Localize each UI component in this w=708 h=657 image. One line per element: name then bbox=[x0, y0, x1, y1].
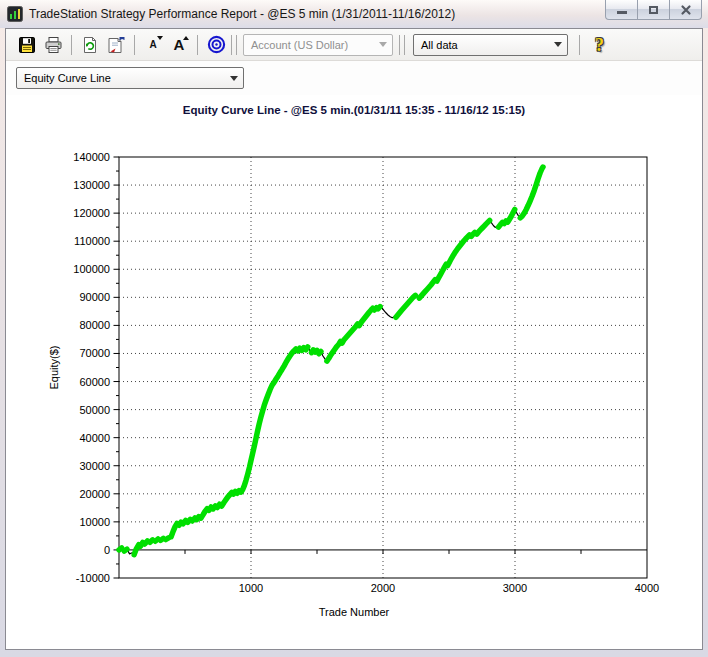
window-controls bbox=[606, 0, 702, 20]
svg-text:4000: 4000 bbox=[635, 582, 659, 594]
close-button[interactable] bbox=[669, 0, 702, 20]
decrease-font-icon: A bbox=[149, 39, 156, 50]
help-button[interactable]: ? bbox=[595, 36, 604, 54]
refresh-report-button[interactable] bbox=[77, 33, 103, 57]
svg-text:1000: 1000 bbox=[239, 582, 263, 594]
equity-curve-chart: -100000100002000030000400005000060000700… bbox=[6, 95, 702, 649]
equity-curve bbox=[119, 167, 543, 555]
chevron-down-icon bbox=[225, 68, 243, 88]
report-area: Equity Curve Line - @ES 5 min.(01/31/11 … bbox=[6, 95, 702, 649]
toolbar-separator bbox=[579, 35, 580, 55]
increase-font-button[interactable]: A bbox=[166, 33, 192, 57]
svg-text:80000: 80000 bbox=[79, 319, 110, 331]
svg-text:120000: 120000 bbox=[73, 207, 110, 219]
data-range-selector-value: All data bbox=[421, 39, 458, 51]
save-icon bbox=[18, 36, 36, 54]
format-report-icon bbox=[106, 36, 126, 54]
chart-axes bbox=[114, 157, 648, 578]
toolbar-separator bbox=[71, 35, 72, 55]
format-report-button[interactable] bbox=[103, 33, 129, 57]
svg-text:40000: 40000 bbox=[79, 432, 110, 444]
chevron-down-icon bbox=[549, 35, 567, 55]
chevron-down-icon bbox=[374, 35, 392, 55]
print-icon bbox=[44, 36, 63, 54]
refresh-report-icon bbox=[81, 36, 99, 54]
window-title: TradeStation Strategy Performance Report… bbox=[29, 7, 455, 21]
toolbar-separator bbox=[231, 35, 232, 55]
report-window-content: A A Account (US Dollar) bbox=[5, 28, 703, 650]
maximize-button[interactable] bbox=[637, 0, 670, 20]
target-button[interactable] bbox=[203, 33, 229, 57]
toolbar-separator bbox=[134, 35, 135, 55]
data-range-selector[interactable]: All data bbox=[413, 34, 568, 56]
svg-text:60000: 60000 bbox=[79, 376, 110, 388]
minimize-button[interactable] bbox=[605, 0, 638, 20]
svg-text:50000: 50000 bbox=[79, 404, 110, 416]
svg-text:Trade Number: Trade Number bbox=[319, 606, 390, 618]
toolbar-separator bbox=[236, 35, 237, 55]
account-selector[interactable]: Account (US Dollar) bbox=[243, 34, 393, 56]
svg-text:130000: 130000 bbox=[73, 179, 110, 191]
tradestation-window: TradeStation Strategy Performance Report… bbox=[0, 0, 708, 657]
maximize-icon bbox=[649, 6, 658, 14]
print-button[interactable] bbox=[40, 33, 66, 57]
decrease-font-button[interactable]: A bbox=[140, 33, 166, 57]
svg-text:10000: 10000 bbox=[79, 516, 110, 528]
svg-text:30000: 30000 bbox=[79, 460, 110, 472]
save-button[interactable] bbox=[14, 33, 40, 57]
svg-text:90000: 90000 bbox=[79, 291, 110, 303]
svg-text:0: 0 bbox=[104, 544, 110, 556]
account-selector-value: Account (US Dollar) bbox=[251, 39, 348, 51]
svg-text:Equity($): Equity($) bbox=[48, 345, 60, 389]
target-icon bbox=[207, 35, 226, 54]
toolbar-separator bbox=[197, 35, 198, 55]
report-type-selector[interactable]: Equity Curve Line bbox=[16, 67, 244, 89]
svg-text:-10000: -10000 bbox=[76, 572, 110, 584]
svg-text:2000: 2000 bbox=[371, 582, 395, 594]
svg-text:110000: 110000 bbox=[74, 235, 110, 247]
svg-text:3000: 3000 bbox=[503, 582, 527, 594]
toolbar-separator bbox=[404, 35, 405, 55]
close-icon bbox=[680, 4, 692, 16]
svg-text:140000: 140000 bbox=[73, 151, 110, 163]
tradestation-app-icon bbox=[7, 6, 23, 22]
svg-text:100000: 100000 bbox=[73, 263, 110, 275]
svg-text:20000: 20000 bbox=[79, 488, 110, 500]
toolbar: A A Account (US Dollar) bbox=[6, 29, 702, 61]
toolbar-separator bbox=[399, 35, 400, 55]
report-selector-row: Equity Curve Line bbox=[6, 61, 702, 95]
svg-text:70000: 70000 bbox=[79, 347, 110, 359]
report-type-selector-value: Equity Curve Line bbox=[24, 72, 111, 84]
titlebar: TradeStation Strategy Performance Report… bbox=[0, 0, 708, 28]
minimize-icon bbox=[617, 11, 627, 14]
